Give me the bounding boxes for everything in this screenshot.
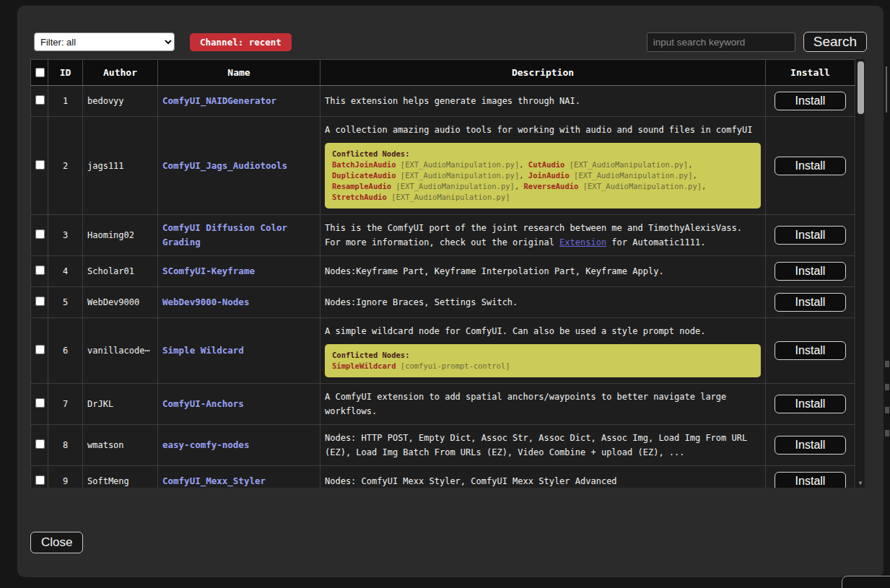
cell-author: bedovyy [83, 86, 158, 117]
cell-author: Haoming02 [83, 215, 158, 256]
cell-id: 4 [48, 256, 83, 287]
conflict-node-source: [comfyui-prompt-control] [396, 361, 510, 370]
table-row: 7DrJKLComfyUI-AnchorsA ComfyUI extension… [31, 384, 855, 425]
row-checkbox-cell [31, 215, 48, 256]
custom-nodes-dialog: Filter: all Channel: recent Search IDAut… [17, 6, 884, 577]
conflict-node-name: JoinAudio [528, 171, 570, 180]
cell-id: 1 [48, 86, 83, 117]
install-button[interactable]: Install [775, 436, 847, 455]
dialog-toolbar: Filter: all Channel: recent Search [34, 32, 867, 52]
install-button[interactable]: Install [775, 226, 847, 245]
cell-install: Install [766, 117, 855, 215]
extension-name-link[interactable]: ComfyUI Diffusion Color Grading [162, 222, 287, 247]
cell-install: Install [766, 318, 855, 384]
conflict-node-name: CutAudio [528, 160, 565, 169]
scrollbar-thumb[interactable] [858, 61, 864, 114]
cell-id: 7 [48, 384, 83, 425]
cell-author: jags111 [83, 117, 158, 215]
row-checkbox-cell [31, 287, 48, 318]
page-background: { "colors": { "channel_badge_bg": "#c42f… [0, 0, 890, 588]
extension-name-link[interactable]: SComfyUI-Keyframe [162, 266, 255, 276]
conflict-warning-box: Conflicted Nodes:SimpleWildcard [comfyui… [325, 344, 761, 377]
column-header-author: Author [83, 60, 158, 86]
column-header-install: Install [766, 60, 855, 86]
conflict-node-source: [EXT_AudioManipulation.py] [387, 193, 510, 201]
extension-name-link[interactable]: ComfyUI_Jags_Audiotools [162, 160, 287, 171]
row-select-checkbox[interactable] [35, 398, 45, 408]
cell-install: Install [766, 256, 855, 287]
install-button[interactable]: Install [775, 92, 847, 110]
row-checkbox-cell [31, 425, 48, 466]
background-artifact [885, 430, 889, 436]
cell-name: ComfyUI Diffusion Color Grading [158, 215, 320, 256]
cell-id: 6 [48, 318, 83, 384]
cell-description: This is the ComfyUI port of the joint re… [320, 215, 766, 256]
row-checkbox-cell [31, 466, 48, 488]
install-button[interactable]: Install [775, 395, 847, 413]
search-input[interactable] [647, 32, 795, 52]
extension-name-link[interactable]: easy-comfy-nodes [162, 439, 249, 450]
cell-description: Nodes:Keyframe Part, Keyframe Interpolat… [320, 256, 766, 287]
install-button[interactable]: Install [775, 341, 847, 360]
background-partial-button [842, 576, 890, 588]
conflict-node-name: StretchAudio [332, 193, 387, 201]
cell-author: Scholar01 [83, 256, 158, 287]
column-header-desc: Description [320, 60, 766, 86]
row-select-checkbox[interactable] [35, 475, 45, 485]
install-button[interactable]: Install [775, 157, 847, 175]
row-select-checkbox[interactable] [35, 266, 45, 275]
cell-name: SComfyUI-Keyframe [158, 256, 320, 287]
conflict-node-source: [EXT_AudioManipulation.py] [578, 182, 702, 190]
conflict-node-name: ResampleAudio [332, 182, 391, 190]
table-body: 1bedovyyComfyUI_NAIDGeneratorThis extens… [31, 86, 855, 488]
cell-name: WebDev9000-Nodes [158, 287, 320, 318]
row-select-checkbox[interactable] [35, 345, 45, 354]
column-header-id: ID [48, 60, 83, 86]
cell-id: 8 [48, 425, 83, 466]
background-artifact [885, 407, 889, 413]
row-checkbox-cell [31, 86, 48, 117]
extension-name-link[interactable]: Simple Wildcard [162, 345, 244, 356]
table-scrollbar[interactable]: ▼ [855, 59, 865, 488]
table-row: 2jags111ComfyUI_Jags_AudiotoolsA collect… [31, 117, 855, 215]
extension-name-link[interactable]: ComfyUI_Mexx_Styler [162, 475, 266, 486]
cell-id: 5 [48, 287, 83, 318]
row-select-checkbox[interactable] [35, 297, 45, 306]
background-scrollbar-fragment [886, 66, 887, 113]
description-link[interactable]: Extension [559, 237, 606, 247]
conflict-node-name: SimpleWildcard [332, 361, 396, 370]
conflict-node-source: [EXT_AudioManipulation.py] [391, 182, 515, 190]
cell-name: easy-comfy-nodes [158, 425, 320, 466]
cell-install: Install [766, 215, 855, 256]
cell-description: Nodes: ComfyUI Mexx Styler, ComfyUI Mexx… [320, 466, 766, 488]
extension-name-link[interactable]: WebDev9000-Nodes [162, 297, 249, 307]
install-button[interactable]: Install [775, 472, 847, 488]
extension-name-link[interactable]: ComfyUI-Anchors [162, 398, 244, 409]
table-row: 3Haoming02ComfyUI Diffusion Color Gradin… [31, 215, 855, 256]
cell-author: vanillacode⋯ [83, 318, 158, 384]
cell-name: ComfyUI_NAIDGenerator [158, 86, 320, 117]
cell-author: WebDev9000 [83, 287, 158, 318]
select-all-checkbox[interactable] [35, 68, 45, 77]
cell-name: ComfyUI_Jags_Audiotools [158, 117, 320, 215]
filter-select[interactable]: Filter: all [34, 32, 175, 51]
cell-id: 9 [48, 466, 83, 488]
header-select-all-cell [31, 60, 48, 86]
extension-name-link[interactable]: ComfyUI_NAIDGenerator [162, 95, 276, 106]
conflict-node-source: [EXT_AudioManipulation.py] [396, 160, 520, 169]
row-select-checkbox[interactable] [35, 229, 45, 239]
scrollbar-down-arrow-icon[interactable]: ▼ [856, 480, 865, 487]
row-checkbox-cell [31, 384, 48, 425]
close-button[interactable]: Close [30, 532, 83, 553]
row-select-checkbox[interactable] [35, 160, 45, 170]
row-select-checkbox[interactable] [35, 95, 45, 105]
cell-description: Nodes:Ignore Braces, Settings Switch. [320, 287, 766, 318]
install-button[interactable]: Install [775, 262, 847, 281]
row-select-checkbox[interactable] [35, 439, 45, 449]
background-artifact [885, 384, 889, 390]
install-button[interactable]: Install [775, 293, 847, 312]
search-button[interactable]: Search [803, 32, 867, 52]
column-header-name: Name [158, 60, 320, 86]
conflict-node-name: DuplicateAudio [332, 171, 396, 180]
conflict-node-source: [EXT_AudioManipulation.py] [570, 171, 693, 180]
